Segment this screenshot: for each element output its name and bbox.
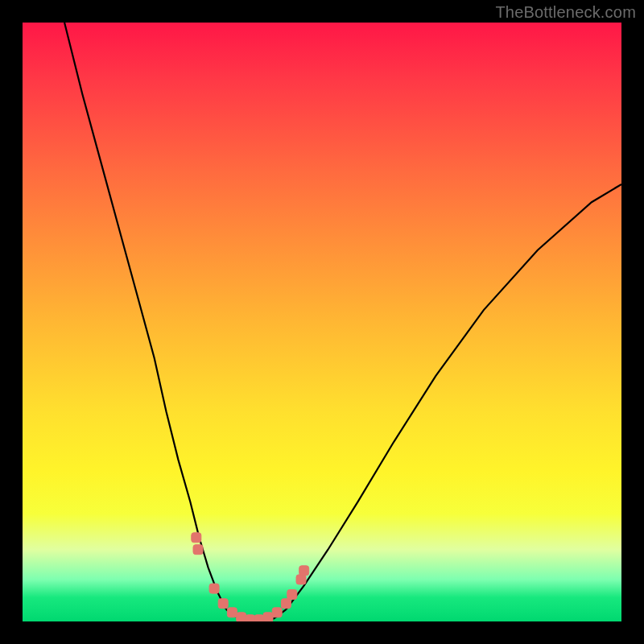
sample-markers [192, 533, 309, 621]
marker-point [272, 608, 282, 617]
marker-point [246, 615, 255, 621]
marker-point [299, 566, 309, 576]
marker-point [296, 575, 306, 584]
marker-point [218, 599, 228, 609]
marker-point [263, 613, 273, 621]
marker-point [254, 615, 264, 621]
marker-point [209, 584, 219, 593]
curve-left-branch [64, 23, 226, 609]
marker-point [281, 599, 291, 609]
marker-point [193, 545, 203, 555]
bottleneck-curve-chart [23, 23, 621, 621]
watermark-text: TheBottleneck.com [495, 3, 636, 22]
curve-right-branch [286, 184, 621, 609]
marker-point [192, 533, 201, 543]
marker-point [287, 590, 297, 600]
marker-point [237, 613, 246, 621]
marker-point [227, 608, 237, 617]
curve-group [64, 23, 621, 621]
